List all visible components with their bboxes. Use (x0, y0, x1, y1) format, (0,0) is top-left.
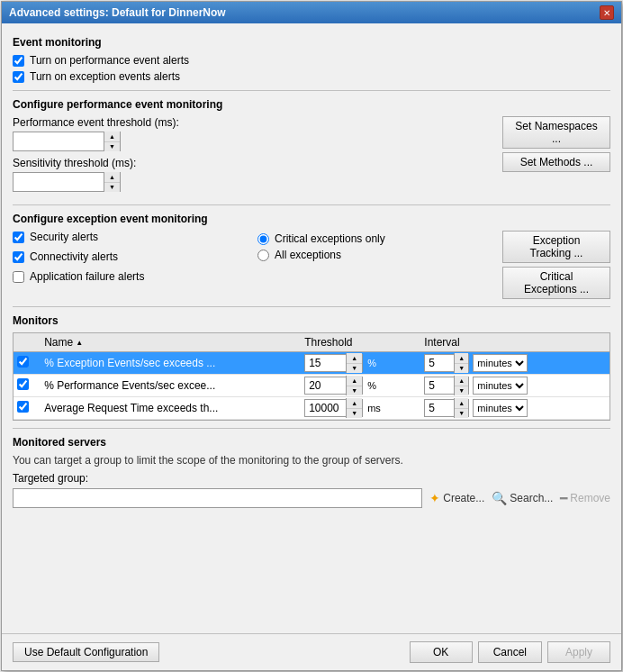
footer: Use Default Configuration OK Cancel Appl… (2, 633, 621, 670)
main-window: Advanced settings: Default for DinnerNow… (1, 1, 622, 671)
check-app-failure[interactable] (13, 271, 24, 283)
interval-up[interactable]: ▲ (455, 353, 468, 364)
check-connectivity-row: Connectivity alerts (13, 250, 239, 263)
interval-spinner: ▲▼ (424, 354, 469, 372)
row-checkbox[interactable] (17, 401, 29, 413)
row-scroll-stub (589, 397, 609, 420)
check-exception-alerts-row: Turn on exception events alerts (13, 70, 610, 83)
exception-right-col: Exception Tracking ... Critical Exceptio… (502, 231, 610, 299)
check-exception-alerts-label: Turn on exception events alerts (30, 70, 180, 83)
exception-settings-row: Security alerts Connectivity alerts Appl… (13, 231, 610, 299)
window-title: Advanced settings: Default for DinnerNow (9, 6, 226, 19)
check-security-row: Security alerts (13, 231, 239, 243)
divider-4 (13, 428, 610, 429)
interval-unit-select[interactable]: minuteshoursdays (473, 399, 528, 417)
monitors-tbody: % Exception Events/sec exceeds ...▲▼ %▲▼… (14, 352, 609, 420)
event-monitoring-title: Event monitoring (13, 36, 610, 49)
interval-input[interactable] (425, 355, 454, 371)
threshold-up[interactable]: ▲ (347, 398, 362, 409)
remove-button[interactable]: ━ Remove (560, 491, 610, 505)
radio-critical-label: Critical exceptions only (275, 232, 385, 245)
interval-input[interactable] (425, 400, 454, 416)
check-app-failure-row: Application failure alerts (13, 270, 239, 283)
exception-event-title: Configure exception event monitoring (13, 213, 610, 225)
monitored-servers-desc: You can target a group to limit the scop… (13, 454, 610, 467)
threshold-input[interactable] (305, 377, 346, 394)
search-label: Search... (510, 492, 553, 504)
close-button[interactable]: ✕ (600, 5, 614, 20)
col-header-name[interactable]: Name ▲ (41, 333, 301, 352)
threshold-input[interactable] (305, 355, 346, 371)
radio-critical[interactable] (257, 233, 269, 245)
threshold-spinner: ▲▼ (304, 377, 363, 395)
row-checkbox[interactable] (17, 356, 29, 368)
sensitivity-label: Sensitivity threshold (ms): (13, 157, 493, 169)
row-scroll-stub (589, 375, 609, 397)
interval-unit-select[interactable]: minuteshoursdays (473, 354, 528, 372)
threshold-input[interactable] (305, 400, 346, 416)
divider-2 (13, 204, 610, 205)
row-threshold: ▲▼ % (301, 375, 420, 397)
interval-down[interactable]: ▼ (455, 386, 468, 396)
interval-spinner: ▲▼ (424, 377, 469, 395)
search-button[interactable]: 🔍 Search... (492, 491, 553, 505)
threshold-unit: % (365, 380, 376, 391)
sensitivity-spinner: 100 ▲ ▼ (13, 172, 121, 192)
interval-down[interactable]: ▼ (455, 364, 468, 374)
create-button[interactable]: ✦ Create... (429, 491, 484, 505)
cancel-button[interactable]: Cancel (478, 641, 542, 663)
interval-up[interactable]: ▲ (455, 376, 468, 386)
perf-event-title: Configure performance event monitoring (13, 98, 610, 111)
sensitivity-down[interactable]: ▼ (104, 183, 120, 193)
targeted-group-label: Targeted group: (13, 472, 610, 485)
radio-all-row: All exceptions (257, 249, 484, 261)
threshold-down[interactable]: ▼ (347, 409, 362, 419)
exception-middle-col: Critical exceptions only All exceptions (257, 231, 484, 261)
threshold-down[interactable]: ▼ (347, 364, 362, 374)
use-default-button[interactable]: Use Default Configuration (13, 642, 159, 662)
check-exception-alerts[interactable] (13, 71, 24, 83)
threshold-up[interactable]: ▲ (104, 132, 120, 142)
check-perf-alerts[interactable] (13, 55, 24, 67)
col-header-interval: Interval (420, 333, 589, 352)
interval-up[interactable]: ▲ (455, 398, 468, 409)
perf-settings-row: Performance event threshold (ms): 15000 … (13, 116, 610, 197)
threshold-up[interactable]: ▲ (347, 353, 362, 364)
threshold-down[interactable]: ▼ (104, 142, 120, 152)
table-row: Average Request Time exceeds th...▲▼ ms▲… (14, 397, 609, 420)
row-threshold: ▲▼ % (301, 352, 420, 375)
sensitivity-up[interactable]: ▲ (104, 172, 120, 183)
threshold-spinner: ▲▼ (304, 399, 363, 417)
threshold-spinner: 15000 ▲ ▼ (13, 132, 121, 151)
set-methods-button[interactable]: Set Methods ... (502, 152, 610, 172)
threshold-input[interactable]: 15000 (14, 132, 104, 150)
critical-exceptions-button[interactable]: Critical Exceptions ... (502, 267, 610, 299)
check-security[interactable] (13, 232, 24, 243)
monitored-servers-title: Monitored servers (13, 436, 610, 449)
row-interval: ▲▼minuteshoursdays (420, 375, 589, 397)
check-app-failure-label: Application failure alerts (30, 270, 144, 283)
row-name: % Performance Events/sec excee... (41, 375, 301, 397)
row-checkbox[interactable] (17, 378, 29, 390)
col-header-threshold: Threshold (301, 333, 420, 352)
threshold-down[interactable]: ▼ (347, 386, 362, 396)
table-row: % Exception Events/sec exceeds ...▲▼ %▲▼… (14, 352, 609, 375)
row-interval: ▲▼minuteshoursdays (420, 352, 589, 375)
targeted-group-input[interactable] (13, 488, 422, 508)
threshold-up[interactable]: ▲ (347, 376, 362, 386)
interval-unit-select[interactable]: minuteshoursdays (473, 377, 528, 395)
ok-button[interactable]: OK (410, 641, 473, 663)
group-display-area (13, 508, 610, 535)
exception-tracking-button[interactable]: Exception Tracking ... (502, 231, 610, 263)
apply-button[interactable]: Apply (547, 641, 610, 663)
interval-input[interactable] (425, 377, 454, 394)
radio-all[interactable] (257, 250, 269, 261)
divider-3 (13, 306, 610, 307)
create-label: Create... (443, 492, 484, 504)
set-namespaces-button[interactable]: Set Namespaces ... (502, 116, 610, 149)
check-connectivity[interactable] (13, 251, 24, 263)
targeted-group-row: ✦ Create... 🔍 Search... ━ Remove (13, 488, 610, 508)
monitors-table: Name ▲ Threshold Interval % Exception Ev… (14, 333, 609, 420)
sensitivity-input[interactable]: 100 (14, 173, 104, 191)
interval-down[interactable]: ▼ (455, 409, 468, 419)
